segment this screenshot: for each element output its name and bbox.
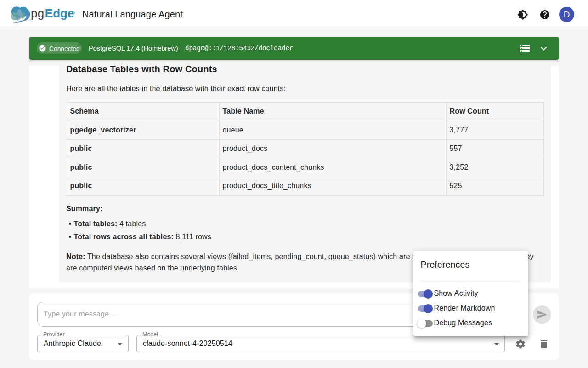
svg-text:pg: pg: [31, 6, 44, 20]
svg-text:Edge: Edge: [45, 6, 74, 20]
